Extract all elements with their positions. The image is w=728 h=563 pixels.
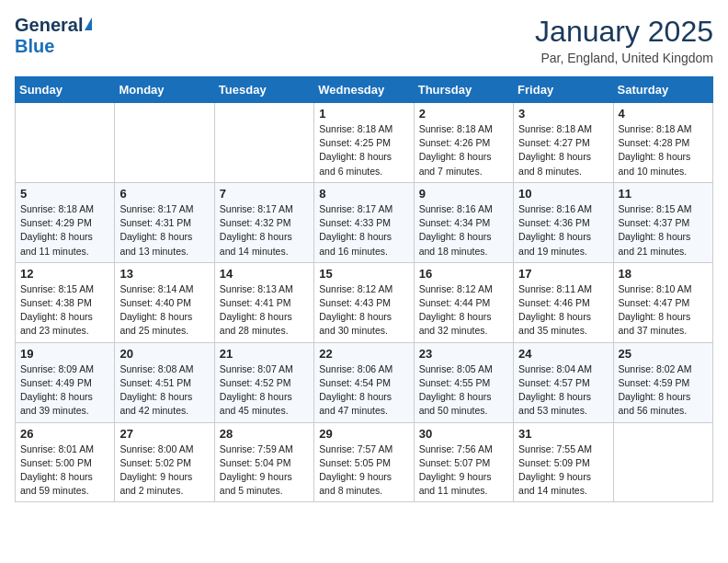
day-info: Sunrise: 8:06 AM Sunset: 4:54 PM Dayligh… <box>319 362 408 419</box>
day-number: 21 <box>220 347 309 361</box>
calendar-cell: 11Sunrise: 8:15 AM Sunset: 4:37 PM Dayli… <box>613 182 712 262</box>
calendar-cell: 28Sunrise: 7:59 AM Sunset: 5:04 PM Dayli… <box>214 422 313 502</box>
day-info: Sunrise: 7:59 AM Sunset: 5:04 PM Dayligh… <box>220 442 309 499</box>
day-number: 14 <box>220 267 309 281</box>
day-number: 3 <box>518 107 608 121</box>
calendar-week-row: 19Sunrise: 8:09 AM Sunset: 4:49 PM Dayli… <box>16 342 713 422</box>
day-number: 31 <box>518 427 608 441</box>
day-number: 9 <box>419 187 508 201</box>
day-number: 7 <box>220 187 309 201</box>
logo: General Blue <box>15 15 92 57</box>
day-info: Sunrise: 8:17 AM Sunset: 4:31 PM Dayligh… <box>119 202 209 259</box>
calendar-cell: 22Sunrise: 8:06 AM Sunset: 4:54 PM Dayli… <box>314 342 414 422</box>
weekday-header-thursday: Thursday <box>414 77 513 103</box>
day-number: 18 <box>619 267 708 281</box>
day-info: Sunrise: 8:14 AM Sunset: 4:40 PM Dayligh… <box>119 282 209 339</box>
calendar-cell: 26Sunrise: 8:01 AM Sunset: 5:00 PM Dayli… <box>16 422 115 502</box>
day-info: Sunrise: 8:16 AM Sunset: 4:36 PM Dayligh… <box>518 202 608 259</box>
calendar-cell: 31Sunrise: 7:55 AM Sunset: 5:09 PM Dayli… <box>514 422 613 502</box>
day-info: Sunrise: 8:10 AM Sunset: 4:47 PM Dayligh… <box>619 282 708 339</box>
calendar-cell: 5Sunrise: 8:18 AM Sunset: 4:29 PM Daylig… <box>16 182 115 262</box>
day-number: 26 <box>20 427 109 441</box>
calendar-week-row: 1Sunrise: 8:18 AM Sunset: 4:25 PM Daylig… <box>16 103 713 183</box>
day-number: 4 <box>619 107 708 121</box>
weekday-header-wednesday: Wednesday <box>314 77 414 103</box>
day-info: Sunrise: 8:15 AM Sunset: 4:37 PM Dayligh… <box>619 202 708 259</box>
calendar-week-row: 5Sunrise: 8:18 AM Sunset: 4:29 PM Daylig… <box>16 182 713 262</box>
day-number: 17 <box>518 267 608 281</box>
day-number: 25 <box>619 347 708 361</box>
calendar-cell: 18Sunrise: 8:10 AM Sunset: 4:47 PM Dayli… <box>613 262 712 342</box>
day-info: Sunrise: 8:13 AM Sunset: 4:41 PM Dayligh… <box>220 282 309 339</box>
calendar-cell: 4Sunrise: 8:18 AM Sunset: 4:28 PM Daylig… <box>613 103 712 183</box>
calendar-week-row: 12Sunrise: 8:15 AM Sunset: 4:38 PM Dayli… <box>16 262 713 342</box>
day-number: 22 <box>319 347 408 361</box>
day-info: Sunrise: 7:56 AM Sunset: 5:07 PM Dayligh… <box>419 442 508 499</box>
day-number: 12 <box>20 267 109 281</box>
calendar-cell: 2Sunrise: 8:18 AM Sunset: 4:26 PM Daylig… <box>414 103 513 183</box>
day-info: Sunrise: 7:55 AM Sunset: 5:09 PM Dayligh… <box>518 442 608 499</box>
weekday-header-row: SundayMondayTuesdayWednesdayThursdayFrid… <box>16 77 713 103</box>
day-number: 15 <box>319 267 408 281</box>
calendar-cell: 20Sunrise: 8:08 AM Sunset: 4:51 PM Dayli… <box>115 342 214 422</box>
calendar-cell <box>16 103 115 183</box>
calendar-cell: 21Sunrise: 8:07 AM Sunset: 4:52 PM Dayli… <box>214 342 313 422</box>
calendar-week-row: 26Sunrise: 8:01 AM Sunset: 5:00 PM Dayli… <box>16 422 713 502</box>
day-info: Sunrise: 7:57 AM Sunset: 5:05 PM Dayligh… <box>319 442 408 499</box>
day-info: Sunrise: 8:05 AM Sunset: 4:55 PM Dayligh… <box>419 362 508 419</box>
day-number: 19 <box>20 347 109 361</box>
day-number: 13 <box>119 267 209 281</box>
calendar-cell: 15Sunrise: 8:12 AM Sunset: 4:43 PM Dayli… <box>314 262 414 342</box>
page-header: General Blue January 2025 Par, England, … <box>15 15 713 65</box>
day-info: Sunrise: 8:18 AM Sunset: 4:27 PM Dayligh… <box>518 122 608 178</box>
day-number: 23 <box>419 347 508 361</box>
day-number: 20 <box>119 347 209 361</box>
day-number: 29 <box>319 427 408 441</box>
calendar-cell: 25Sunrise: 8:02 AM Sunset: 4:59 PM Dayli… <box>613 342 712 422</box>
day-number: 28 <box>220 427 309 441</box>
weekday-header-tuesday: Tuesday <box>214 77 313 103</box>
title-block: January 2025 Par, England, United Kingdo… <box>535 15 713 65</box>
day-info: Sunrise: 8:09 AM Sunset: 4:49 PM Dayligh… <box>20 362 109 419</box>
day-info: Sunrise: 8:18 AM Sunset: 4:26 PM Dayligh… <box>419 122 508 178</box>
day-info: Sunrise: 8:12 AM Sunset: 4:43 PM Dayligh… <box>319 282 408 339</box>
calendar-cell <box>115 103 214 183</box>
day-info: Sunrise: 8:08 AM Sunset: 4:51 PM Dayligh… <box>119 362 209 419</box>
calendar-cell: 8Sunrise: 8:17 AM Sunset: 4:33 PM Daylig… <box>314 182 414 262</box>
day-info: Sunrise: 8:01 AM Sunset: 5:00 PM Dayligh… <box>20 442 109 499</box>
calendar-cell: 27Sunrise: 8:00 AM Sunset: 5:02 PM Dayli… <box>115 422 214 502</box>
day-number: 8 <box>319 187 408 201</box>
day-info: Sunrise: 8:16 AM Sunset: 4:34 PM Dayligh… <box>419 202 508 259</box>
day-info: Sunrise: 8:15 AM Sunset: 4:38 PM Dayligh… <box>20 282 109 339</box>
calendar-cell: 29Sunrise: 7:57 AM Sunset: 5:05 PM Dayli… <box>314 422 414 502</box>
logo-general-text: General <box>15 15 83 36</box>
calendar-cell: 9Sunrise: 8:16 AM Sunset: 4:34 PM Daylig… <box>414 182 513 262</box>
day-number: 16 <box>419 267 508 281</box>
day-number: 11 <box>619 187 708 201</box>
calendar-table: SundayMondayTuesdayWednesdayThursdayFrid… <box>15 76 713 502</box>
calendar-cell: 24Sunrise: 8:04 AM Sunset: 4:57 PM Dayli… <box>514 342 613 422</box>
day-number: 1 <box>319 107 408 121</box>
location-text: Par, England, United Kingdom <box>535 51 713 65</box>
day-info: Sunrise: 8:12 AM Sunset: 4:44 PM Dayligh… <box>419 282 508 339</box>
calendar-cell: 12Sunrise: 8:15 AM Sunset: 4:38 PM Dayli… <box>16 262 115 342</box>
calendar-cell: 14Sunrise: 8:13 AM Sunset: 4:41 PM Dayli… <box>214 262 313 342</box>
calendar-cell: 10Sunrise: 8:16 AM Sunset: 4:36 PM Dayli… <box>514 182 613 262</box>
calendar-cell: 6Sunrise: 8:17 AM Sunset: 4:31 PM Daylig… <box>115 182 214 262</box>
day-info: Sunrise: 8:17 AM Sunset: 4:33 PM Dayligh… <box>319 202 408 259</box>
weekday-header-sunday: Sunday <box>16 77 115 103</box>
day-info: Sunrise: 8:18 AM Sunset: 4:28 PM Dayligh… <box>619 122 708 178</box>
day-info: Sunrise: 8:11 AM Sunset: 4:46 PM Dayligh… <box>518 282 608 339</box>
day-number: 24 <box>518 347 608 361</box>
logo-blue-text: Blue <box>15 36 54 57</box>
day-number: 30 <box>419 427 508 441</box>
logo-triangle-icon <box>85 17 92 30</box>
calendar-cell: 19Sunrise: 8:09 AM Sunset: 4:49 PM Dayli… <box>16 342 115 422</box>
weekday-header-monday: Monday <box>115 77 214 103</box>
calendar-cell: 3Sunrise: 8:18 AM Sunset: 4:27 PM Daylig… <box>514 103 613 183</box>
day-info: Sunrise: 8:07 AM Sunset: 4:52 PM Dayligh… <box>220 362 309 419</box>
calendar-cell <box>214 103 313 183</box>
day-number: 10 <box>518 187 608 201</box>
day-number: 5 <box>20 187 109 201</box>
calendar-cell: 30Sunrise: 7:56 AM Sunset: 5:07 PM Dayli… <box>414 422 513 502</box>
